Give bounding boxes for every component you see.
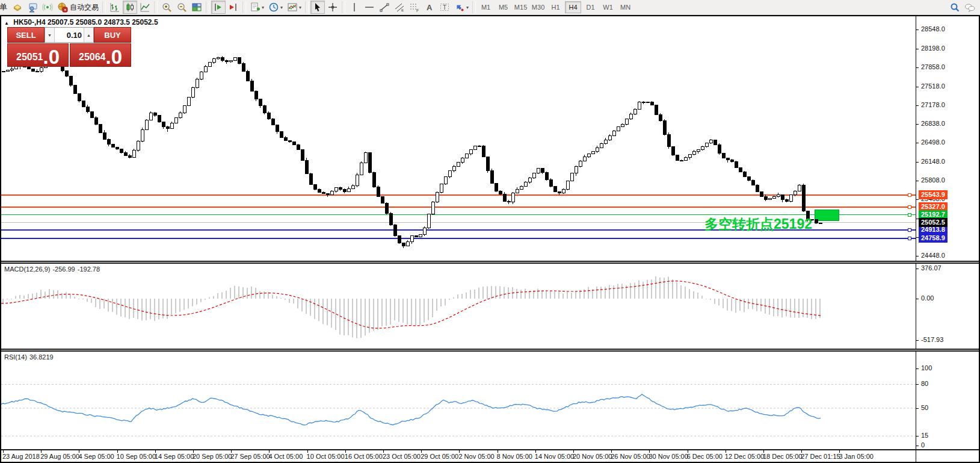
buy-price-box[interactable]: 25064 .0 <box>70 43 131 67</box>
autotrading-label: 自动交易 <box>70 2 99 13</box>
new-order-button[interactable]: 单 <box>0 1 10 14</box>
low-value: 24873.5 <box>103 18 129 26</box>
time-label: 27 Dec 01:15 <box>801 453 840 460</box>
timeframe-button-m30[interactable]: M30 <box>530 1 546 13</box>
journal-button[interactable] <box>10 1 25 14</box>
toolbar-right-group <box>948 1 978 14</box>
pane-separator[interactable] <box>1 349 979 352</box>
zoom-out-button[interactable] <box>174 1 189 14</box>
time-label: 4 Oct 05:00 <box>268 453 303 460</box>
price-tick-label: 27858.0 <box>921 63 945 70</box>
macd-chart <box>1 264 916 349</box>
line-chart-button[interactable] <box>138 1 152 14</box>
buy-button[interactable]: BUY <box>94 27 131 43</box>
time-label: 23 Aug 2018 <box>2 453 40 460</box>
candlestick-chart-button[interactable] <box>123 1 137 14</box>
axis-tick-mark <box>916 143 919 143</box>
autotrading-button[interactable]: 自动交易 <box>55 1 100 14</box>
level-line-handle[interactable] <box>908 194 911 197</box>
candlestick-icon <box>125 2 135 13</box>
price-axis[interactable]: 28548.028198.027858.027518.027178.026838… <box>916 16 979 462</box>
macd-tick-label: 0.00 <box>921 294 934 302</box>
timeframe-button-w1[interactable]: W1 <box>600 1 616 13</box>
arrows-icon <box>454 2 465 13</box>
axis-tick-mark <box>916 30 919 30</box>
price-tick-label: 27178.0 <box>921 101 945 108</box>
dropdown-caret-icon: ▾ <box>299 5 301 10</box>
vertical-line-button[interactable] <box>347 1 362 14</box>
timeframe-button-mn[interactable]: MN <box>617 1 633 13</box>
sell-button[interactable]: SELL <box>7 27 45 43</box>
search-icon <box>949 2 960 13</box>
time-label: 23 Oct 05:00 <box>383 453 421 460</box>
crosshair-button[interactable] <box>325 1 340 14</box>
periods-button[interactable]: ▾ <box>267 1 285 14</box>
pivot-annotation-box[interactable] <box>815 210 839 220</box>
timeframe-button-m5[interactable]: M5 <box>495 1 511 13</box>
templates-button[interactable]: ▾ <box>285 1 303 14</box>
timeframe-button-h1[interactable]: H1 <box>547 1 564 13</box>
chat-button[interactable] <box>962 1 978 14</box>
profiles-button[interactable] <box>25 1 40 14</box>
indicators-button[interactable]: ▾ <box>248 1 266 14</box>
tile-windows-button[interactable] <box>190 1 204 14</box>
search-button[interactable] <box>948 1 962 14</box>
level-line-handle[interactable] <box>908 206 911 209</box>
volume-decrease-button[interactable]: ▼ <box>45 28 55 42</box>
timeframe-button-d1[interactable]: D1 <box>582 1 599 13</box>
buy-price-main: 25064 <box>79 52 106 63</box>
bar-chart-button[interactable] <box>108 1 122 14</box>
time-label: 14 Nov 05:00 <box>535 453 574 460</box>
signals-button[interactable] <box>40 1 55 14</box>
horizontal-line-button[interactable] <box>362 1 377 14</box>
volume-input[interactable] <box>55 28 84 42</box>
level-price-label: 25543.9 <box>919 190 948 199</box>
volume-increase-button[interactable]: ▲ <box>84 28 93 42</box>
cursor-button[interactable] <box>310 1 325 14</box>
time-label: 12 Dec 05:00 <box>725 453 764 460</box>
arrows-button[interactable]: ▾ <box>452 1 470 14</box>
axis-tick-mark <box>916 49 919 49</box>
timeframe-button-m15[interactable]: M15 <box>513 1 529 13</box>
sell-price-box[interactable]: 25051 .0 <box>7 43 69 67</box>
timeframe-button-h4[interactable]: H4 <box>565 1 581 13</box>
time-axis[interactable]: 23 Aug 201829 Aug 05:004 Sep 05:0010 Sep… <box>1 450 916 462</box>
auto-scroll-button[interactable] <box>211 1 226 14</box>
volume-spinner: ▼ ▲ <box>45 27 94 43</box>
timeframe-button-m1[interactable]: M1 <box>478 1 494 13</box>
close-value: 25052.5 <box>132 18 158 26</box>
axis-tick-mark <box>916 105 919 106</box>
price-tick-label: 24448.0 <box>921 252 945 259</box>
time-label: 30 Nov 05:00 <box>649 453 688 460</box>
horizontal-line-icon <box>364 2 375 13</box>
text-button[interactable]: A <box>422 1 437 14</box>
fibonacci-icon: F <box>409 2 420 13</box>
svg-text:F: F <box>416 8 419 13</box>
vertical-line-icon <box>349 2 360 13</box>
axis-tick-mark <box>916 67 919 68</box>
macd-label: MACD(12,26,9)-256.99-192.78 <box>4 266 102 273</box>
toolbar-separator <box>102 1 106 13</box>
level-line-handle[interactable] <box>908 213 911 216</box>
axis-tick-mark <box>916 181 919 181</box>
collapse-triangle-icon[interactable]: ▲ <box>4 20 9 26</box>
tile-windows-icon <box>191 2 202 13</box>
pane-separator[interactable] <box>1 261 979 264</box>
time-label: 8 Nov 05:00 <box>497 453 532 460</box>
trendline-button[interactable] <box>377 1 392 14</box>
open-value: 25007.5 <box>48 18 73 26</box>
zoom-in-button[interactable] <box>159 1 174 14</box>
text-label-button[interactable]: T <box>437 1 452 14</box>
high-value: 25085.0 <box>76 18 102 26</box>
equidistant-channel-button[interactable]: E <box>392 1 407 14</box>
level-price-label: 24758.9 <box>919 234 948 243</box>
level-line-handle[interactable] <box>908 237 911 240</box>
toolbar-separator <box>472 1 476 13</box>
trade-panel-top-row: SELL ▼ ▲ BUY <box>7 27 131 43</box>
rsi-label: RSI(14)36.8219 <box>4 353 56 361</box>
level-line-handle[interactable] <box>908 229 911 232</box>
text-a-icon: A <box>424 2 435 13</box>
chart-shift-button[interactable] <box>226 1 241 14</box>
autotrading-icon <box>57 2 68 13</box>
fibonacci-button[interactable]: F <box>407 1 422 14</box>
